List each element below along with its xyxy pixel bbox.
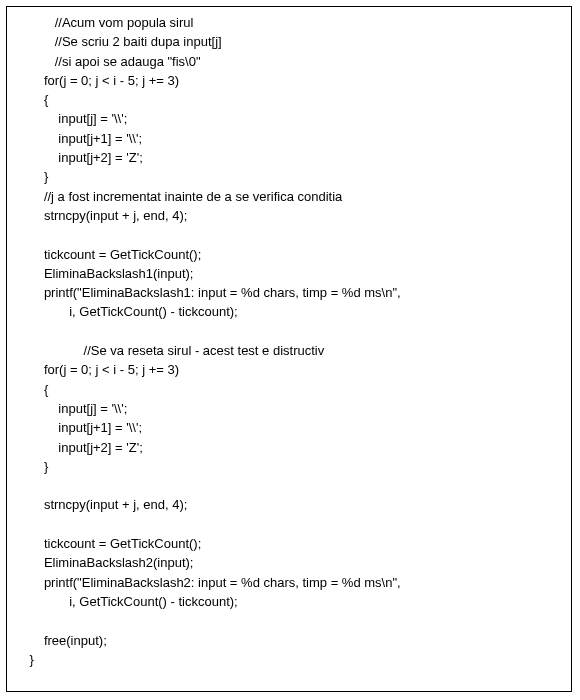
code-snippet: //Acum vom popula sirul //Se scriu 2 bai… <box>6 6 572 692</box>
